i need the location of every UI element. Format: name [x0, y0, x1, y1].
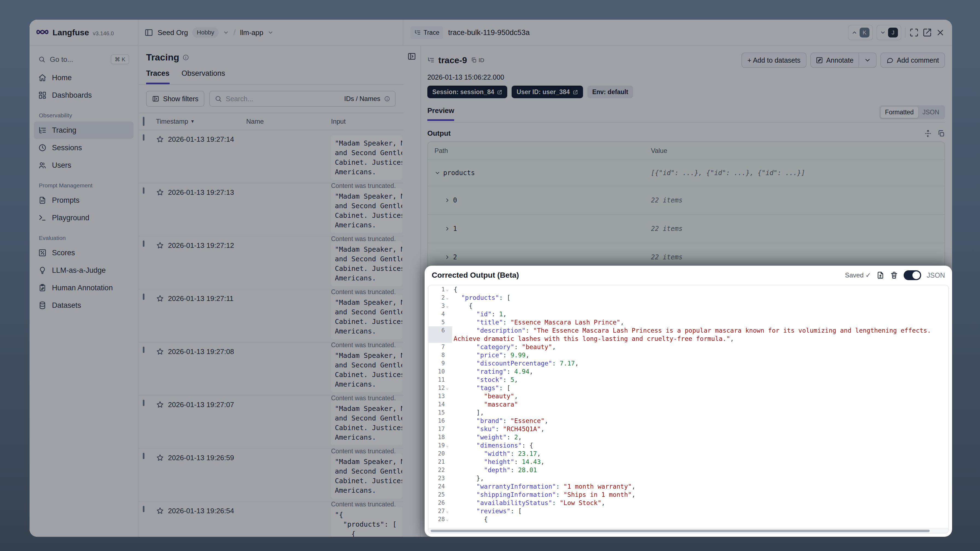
project-name[interactable]: llm-app	[240, 29, 263, 37]
star-icon[interactable]	[156, 401, 164, 409]
fold-chevron-icon[interactable]: ⌄	[446, 384, 450, 392]
format-formatted-option[interactable]: Formatted	[881, 107, 918, 118]
code-line[interactable]: 17 "sku": "RCH45Q1A",	[428, 425, 948, 433]
fold-chevron-icon[interactable]: ⌄	[446, 285, 450, 293]
trash-icon[interactable]	[890, 271, 898, 279]
row-checkbox[interactable]	[143, 400, 145, 406]
code-line[interactable]: 5 "title": "Essence Mascara Lash Prince"…	[428, 318, 948, 326]
code-line[interactable]: 26 "availabilityStatus": "Low Stock",	[428, 499, 948, 507]
table-row[interactable]: 2026-01-13 19:27:08"Madam Speaker, Ma an…	[138, 342, 403, 396]
row-checkbox[interactable]	[143, 134, 145, 141]
file-plus-icon[interactable]	[876, 271, 885, 279]
code-line[interactable]: 8 "price": 9.99,	[428, 351, 948, 359]
code-line[interactable]: 25 "shippingInformation": "Ships in 1 mo…	[428, 490, 948, 499]
tab-traces[interactable]: Traces	[146, 69, 170, 84]
fold-chevron-icon[interactable]: ⌄	[446, 441, 450, 449]
horizontal-scrollbar[interactable]	[428, 528, 948, 533]
add-to-datasets-button[interactable]: + Add to datasets	[741, 53, 807, 68]
code-area[interactable]: 1⌄{2⌄ "products": [3⌄ {4 "id": 1,5 "titl…	[428, 285, 948, 528]
sidebar-item-datasets[interactable]: Datasets	[34, 296, 134, 314]
format-json-option[interactable]: JSON	[918, 107, 943, 118]
star-icon[interactable]	[156, 295, 164, 303]
chevron-right-icon[interactable]	[444, 254, 450, 260]
tab-preview[interactable]: Preview	[427, 107, 454, 121]
col-timestamp[interactable]: Timestamp	[156, 118, 188, 125]
code-line[interactable]: 6 "description": "The Essence Mascara La…	[428, 326, 948, 343]
table-row[interactable]: 2026-01-13 19:26:54"{ "products": [ {	[138, 502, 403, 537]
star-icon[interactable]	[156, 241, 164, 250]
sidebar-item-dashboards[interactable]: Dashboards	[34, 86, 134, 104]
code-line[interactable]: 1⌄{	[428, 285, 948, 293]
fold-chevron-icon[interactable]: ⌄	[446, 302, 450, 310]
show-filters-button[interactable]: Show filters	[146, 91, 204, 107]
search-input[interactable]: Search... IDs / Names	[209, 91, 396, 107]
table-row[interactable]: 2026-01-13 19:27:14"Madam Speaker, Ma an…	[138, 130, 403, 183]
org-name[interactable]: Seed Org	[158, 29, 188, 37]
annotate-dropdown-button[interactable]	[859, 53, 876, 67]
annotate-button[interactable]: Annotate	[811, 53, 859, 67]
star-icon[interactable]	[156, 454, 164, 462]
code-line[interactable]: 7 "category": "beauty",	[428, 343, 948, 351]
star-icon[interactable]	[156, 188, 164, 196]
star-icon[interactable]	[156, 347, 164, 356]
code-line[interactable]: 10 "rating": 4.94,	[428, 368, 948, 376]
code-line[interactable]: 2⌄ "products": [	[428, 293, 948, 302]
chevron-right-icon[interactable]	[444, 226, 450, 232]
code-line[interactable]: 28⌄ {	[428, 515, 948, 523]
code-line[interactable]: 9 "discountPercentage": 7.17,	[428, 359, 948, 368]
sidebar-item-prompts[interactable]: Prompts	[34, 191, 134, 209]
copy-id-button[interactable]: ID	[471, 57, 484, 64]
code-line[interactable]: 12⌄ "tags": [	[428, 384, 948, 392]
code-line[interactable]: 15 ],	[428, 408, 948, 417]
code-line[interactable]: 22 "depth": 28.01	[428, 466, 948, 474]
sidebar-item-scores[interactable]: Scores	[34, 244, 134, 261]
sidebar-item-home[interactable]: Home	[34, 69, 134, 86]
code-line[interactable]: 14 "mascara"	[428, 400, 948, 408]
fold-chevron-icon[interactable]: ⌄	[446, 293, 450, 302]
star-icon[interactable]	[156, 135, 164, 143]
trace-badge[interactable]: User ID: user_384	[512, 86, 583, 98]
maximize-icon[interactable]	[909, 28, 919, 37]
star-icon[interactable]	[156, 507, 164, 515]
row-checkbox[interactable]	[143, 453, 145, 459]
table-row[interactable]: 2026-01-13 19:26:59"Madam Speaker, Ma an…	[138, 449, 403, 502]
sidebar-item-sessions[interactable]: Sessions	[34, 139, 134, 156]
code-line[interactable]: 23 },	[428, 474, 948, 483]
code-line[interactable]: 4 "id": 1,	[428, 310, 948, 318]
code-line[interactable]: 21 "height": 14.43,	[428, 458, 948, 466]
copy-icon[interactable]	[937, 130, 945, 137]
scrollbar-thumb[interactable]	[431, 530, 930, 532]
sidebar-item-llm-as-a-judge[interactable]: LLM-as-a-Judge	[34, 261, 134, 279]
col-input[interactable]: Input	[331, 118, 403, 125]
code-line[interactable]: 13 "beauty",	[428, 392, 948, 400]
search-scope-label[interactable]: IDs / Names	[344, 95, 380, 103]
json-editor[interactable]: 1⌄{2⌄ "products": [3⌄ {4 "id": 1,5 "titl…	[428, 285, 949, 533]
row-checkbox[interactable]	[143, 347, 145, 353]
fold-chevron-icon[interactable]: ⌄	[446, 507, 450, 515]
row-checkbox[interactable]	[143, 293, 145, 300]
close-icon[interactable]	[935, 28, 945, 37]
sidebar-item-tracing[interactable]: Tracing	[34, 121, 134, 139]
open-external-icon[interactable]	[923, 28, 932, 37]
table-row[interactable]: 2026-01-13 19:27:11"Madam Speaker, Ma an…	[138, 290, 403, 342]
sort-desc-icon[interactable]: ▼	[191, 119, 195, 124]
unfold-vertical-icon[interactable]	[924, 130, 932, 137]
row-checkbox[interactable]	[143, 187, 145, 194]
fold-chevron-icon[interactable]: ⌄	[446, 515, 450, 523]
output-row[interactable]: 022 items	[428, 186, 945, 215]
goto-search[interactable]: Go to... ⌘ K	[34, 51, 134, 67]
prev-trace-button[interactable]: K	[848, 25, 873, 40]
chevron-right-icon[interactable]	[444, 197, 450, 203]
project-chevron-down-icon[interactable]	[267, 30, 274, 35]
code-line[interactable]: 18 "weight": 2,	[428, 433, 948, 441]
table-row[interactable]: 2026-01-13 19:27:13"Madam Speaker, Ma an…	[138, 183, 403, 236]
table-row[interactable]: 2026-01-13 19:27:07"Madam Speaker, Ma an…	[138, 396, 403, 449]
tab-observations[interactable]: Observations	[182, 69, 225, 84]
trace-badge[interactable]: Session: session_84	[427, 86, 507, 98]
code-line[interactable]: 19⌄ "dimensions": {	[428, 441, 948, 449]
sidebar-item-human-annotation[interactable]: Human Annotation	[34, 279, 134, 296]
org-chevron-down-icon[interactable]	[223, 30, 229, 35]
chevron-down-icon[interactable]	[434, 170, 441, 176]
add-comment-button[interactable]: Add comment	[880, 53, 945, 68]
code-line[interactable]: 11 "stock": 5,	[428, 376, 948, 384]
